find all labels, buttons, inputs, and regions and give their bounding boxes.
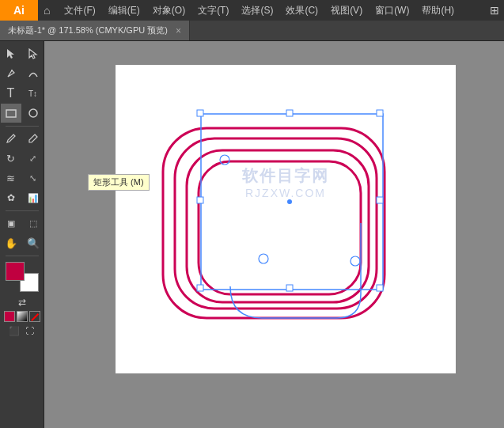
svg-rect-17	[377, 197, 383, 203]
canvas-area[interactable]: 软件目字网 RJZXW.COM 矩形工具 (M)	[44, 41, 504, 428]
menu-effect[interactable]: 效果(C)	[280, 2, 324, 19]
warp-tool[interactable]: ≋	[1, 169, 21, 187]
svg-point-19	[220, 155, 229, 165]
zoom-tool[interactable]: 🔍	[23, 233, 44, 252]
pen-tools	[1, 64, 44, 83]
selection-tools	[1, 44, 44, 63]
gradient-mode-icon[interactable]	[17, 311, 28, 322]
normal-mode-icon[interactable]: ⬛	[7, 324, 21, 338]
svg-point-2	[11, 70, 13, 71]
menu-window[interactable]: 窗口(W)	[369, 2, 415, 19]
none-mode-icon[interactable]	[29, 311, 40, 322]
foreground-color-swatch[interactable]	[6, 262, 25, 281]
svg-point-20	[351, 256, 360, 266]
tab-close-button[interactable]: ×	[176, 25, 181, 36]
mode-icons: ⇄	[15, 295, 29, 309]
navigate-tools: ✋ 🔍	[1, 233, 44, 252]
warp-tools: ≋ ⤡	[1, 169, 44, 187]
svg-rect-7	[187, 150, 369, 302]
svg-rect-14	[286, 110, 293, 116]
menu-bar: Ai ⌂ 文件(F) 编辑(E) 对象(O) 文字(T) 选择(S) 效果(C)…	[0, 0, 504, 21]
svg-rect-16	[197, 197, 203, 203]
vertical-type-tool[interactable]: T↕	[23, 84, 44, 103]
slice-tool[interactable]: ⬚	[23, 214, 44, 233]
menu-select[interactable]: 选择(S)	[236, 2, 279, 19]
svg-point-21	[259, 254, 268, 263]
svg-point-18	[287, 199, 292, 204]
symbol-tools: ✿ 📊	[1, 188, 44, 207]
curvature-tool[interactable]	[23, 64, 44, 83]
hand-tool[interactable]: ✋	[1, 233, 21, 252]
bottom-tools: ⇄ ⬛ ⛶	[4, 295, 40, 338]
grid-icon[interactable]: ⊞	[490, 4, 499, 17]
toolbar-divider-1	[6, 126, 39, 127]
ellipse-tool[interactable]	[23, 104, 44, 123]
type-tool[interactable]: T	[1, 84, 21, 103]
fullscreen-mode-icon[interactable]: ⛶	[23, 324, 37, 338]
logo-text: Ai	[13, 4, 25, 17]
free-transform-tool[interactable]: ⤡	[23, 169, 44, 187]
svg-point-4	[29, 109, 37, 117]
document-tab[interactable]: 未标题-1* @ 171.58% (CMYK/GPU 预览) ×	[0, 21, 190, 40]
paintbrush-tool[interactable]	[1, 129, 21, 148]
canvas-svg	[116, 65, 456, 373]
menu-edit[interactable]: 编辑(E)	[103, 2, 146, 19]
transform-tools: ↻ ⤢	[1, 149, 44, 168]
screen-mode-row: ⬛ ⛶	[7, 324, 37, 338]
svg-rect-11	[377, 110, 383, 116]
color-swatches[interactable]	[6, 262, 39, 292]
svg-rect-13	[377, 285, 383, 291]
selection-tool[interactable]	[1, 44, 21, 63]
rectangle-tool[interactable]	[1, 104, 21, 123]
home-icon[interactable]: ⌂	[38, 2, 55, 18]
menu-object[interactable]: 对象(O)	[147, 2, 191, 19]
svg-rect-3	[6, 110, 16, 117]
svg-marker-1	[29, 49, 36, 59]
toolbar-divider-3	[6, 256, 39, 256]
symbol-sprayer-tool[interactable]: ✿	[1, 188, 21, 207]
shape-tools	[1, 104, 44, 123]
svg-marker-0	[7, 49, 14, 59]
text-tools: T T↕	[1, 84, 44, 103]
column-graph-tool[interactable]: 📊	[23, 188, 44, 207]
left-toolbar: T T↕ ↻ ⤢ ≋ ⤡ ✿	[0, 41, 44, 428]
main-area: T T↕ ↻ ⤢ ≋ ⤡ ✿	[0, 41, 504, 428]
menu-view[interactable]: 视图(V)	[325, 2, 368, 19]
menu-help[interactable]: 帮助(H)	[416, 2, 460, 19]
paint-tools	[1, 129, 44, 148]
rotate-tool[interactable]: ↻	[1, 149, 21, 168]
artboard: 软件目字网 RJZXW.COM	[116, 65, 456, 373]
color-mode-row	[4, 311, 40, 322]
toolbar-divider-2	[6, 210, 39, 211]
svg-rect-15	[286, 285, 293, 291]
menu-text[interactable]: 文字(T)	[192, 2, 234, 19]
artboard-tool[interactable]: ▣	[1, 214, 21, 233]
menu-file[interactable]: 文件(F)	[59, 2, 100, 19]
direct-selection-tool[interactable]	[23, 44, 44, 63]
pencil-tool[interactable]	[23, 129, 44, 148]
svg-rect-10	[197, 110, 203, 116]
svg-rect-8	[199, 161, 361, 294]
app-logo: Ai	[0, 0, 38, 21]
swap-fill-stroke[interactable]: ⇄	[15, 295, 29, 309]
scale-tool[interactable]: ⤢	[23, 149, 44, 168]
svg-rect-12	[197, 285, 203, 291]
tab-title: 未标题-1* @ 171.58% (CMYK/GPU 预览)	[8, 25, 168, 36]
tab-bar: 未标题-1* @ 171.58% (CMYK/GPU 预览) ×	[0, 21, 504, 41]
slice-tools: ▣ ⬚	[1, 214, 44, 233]
pen-tool[interactable]	[1, 64, 21, 83]
color-mode-icon[interactable]	[4, 311, 15, 322]
menu-items: 文件(F) 编辑(E) 对象(O) 文字(T) 选择(S) 效果(C) 视图(V…	[55, 2, 460, 19]
